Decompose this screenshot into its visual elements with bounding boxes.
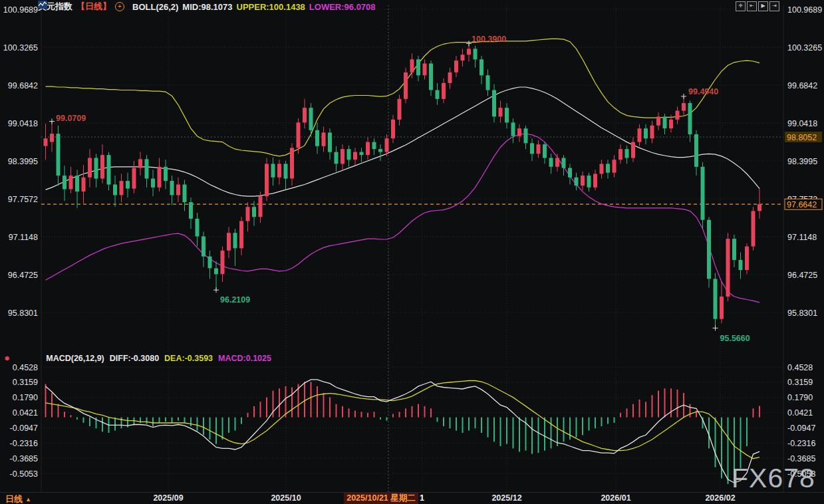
candle — [701, 167, 705, 220]
jump-latest-icon[interactable]: ⇥ — [769, 1, 779, 11]
candle — [265, 164, 269, 196]
macd-bar — [513, 418, 514, 449]
macd-bar — [354, 411, 356, 418]
zoom-fit-icon[interactable]: ⇤ — [747, 1, 757, 11]
candle — [94, 158, 98, 179]
candle — [233, 233, 237, 248]
macd-bar — [740, 418, 742, 469]
price-annotations: 99.070996.2109100.390099.494095.5660 — [49, 35, 750, 343]
candle — [442, 83, 446, 99]
candle — [555, 158, 559, 167]
axis-tick: 100.9689 — [787, 5, 822, 15]
macd-bar — [285, 386, 287, 418]
axis-tick: 99.0418 — [8, 119, 38, 128]
candle — [284, 164, 288, 178]
axis-tick: 97.7572 — [8, 195, 38, 204]
candle — [638, 128, 642, 142]
macd-bar — [462, 418, 464, 433]
macd-indicator-bar: ✹ MACD(26,12,9) DIFF:-0.3080 DEA:-0.3593… — [4, 354, 271, 363]
macd-bar — [348, 408, 350, 417]
chart-canvas[interactable]: 99.070996.2109100.390099.494095.5660100.… — [0, 0, 824, 504]
candle — [145, 159, 149, 178]
macd-bar — [342, 406, 343, 418]
macd-bar — [58, 404, 59, 418]
macd-bar — [412, 406, 413, 418]
macd-bar — [626, 408, 628, 417]
candle — [663, 116, 667, 128]
macd-bar — [323, 393, 325, 418]
axis-tick: 99.6842 — [787, 81, 817, 90]
axis-tick: 97.1148 — [9, 233, 38, 242]
macd-bar — [336, 404, 337, 418]
candle — [631, 142, 635, 158]
candle — [745, 247, 749, 271]
candle — [164, 167, 168, 181]
candle — [227, 233, 231, 251]
macd-bar — [374, 412, 375, 417]
candle — [454, 61, 458, 72]
candle — [239, 221, 243, 249]
candle — [404, 72, 408, 99]
period-tag: 【日线】 — [76, 1, 111, 13]
macd-bar — [184, 418, 186, 423]
axis-tick: 100.9689 — [3, 5, 38, 15]
candle — [517, 128, 521, 136]
candle — [366, 142, 370, 156]
axis-tick: -0.3685 — [10, 454, 38, 463]
period-selector[interactable]: 日线▲ — [5, 493, 31, 504]
candle — [688, 103, 692, 134]
macd-bar — [645, 402, 646, 417]
candle — [378, 149, 382, 152]
macd-bar — [734, 418, 735, 482]
candle — [511, 122, 515, 136]
crosshair-date-box: 2025/10/21 星期二 — [344, 493, 418, 504]
macd-bar — [670, 388, 672, 417]
macd-bar — [172, 418, 173, 423]
candle — [271, 164, 275, 177]
macd-bar — [424, 406, 426, 418]
macd-dea-value: DEA:-0.3593 — [164, 354, 213, 363]
partial-month-label: 1 — [420, 493, 424, 503]
macd-bar — [481, 418, 482, 433]
macd-settings-icon[interactable]: ✹ — [4, 354, 10, 363]
autoplay-icon[interactable]: ▶ — [758, 1, 768, 11]
candle — [57, 134, 61, 176]
candle — [202, 237, 206, 257]
candle — [100, 155, 104, 179]
macd-bar — [614, 418, 615, 423]
candle — [682, 103, 686, 111]
macd-bar — [399, 412, 400, 417]
candles — [44, 43, 762, 328]
macd-bar — [430, 408, 432, 417]
candle — [88, 158, 92, 178]
svg-text:98.8052: 98.8052 — [787, 133, 817, 142]
pan-move-icon[interactable]: ✛ — [736, 1, 746, 11]
candle — [347, 149, 351, 160]
macd-bar — [450, 418, 451, 429]
macd-title: MACD(26,12,9) — [46, 354, 104, 363]
add-indicator-icon[interactable]: + — [115, 2, 124, 11]
macd-bar — [247, 413, 249, 418]
macd-bar — [690, 404, 691, 418]
macd-bar — [114, 418, 116, 431]
annotation-label: 99.4940 — [688, 87, 718, 96]
candle — [581, 176, 585, 186]
annotation-label: 100.3900 — [472, 35, 506, 44]
macd-bar — [279, 388, 280, 417]
macd-bar — [241, 418, 242, 424]
candle — [732, 239, 736, 260]
axis-tick: 99.0418 — [787, 119, 817, 128]
candle — [63, 176, 67, 189]
macd-bar — [519, 418, 520, 452]
candle — [429, 64, 433, 90]
axis-tick: 96.4725 — [8, 271, 38, 280]
macd-bar — [159, 418, 160, 423]
macd-bar — [620, 413, 621, 418]
boll-upper-value: UPPER:100.1438 — [237, 2, 305, 12]
macd-bar — [392, 414, 394, 418]
candle — [568, 168, 572, 178]
price-axis-labels: 100.9689100.9689100.3265100.326599.68429… — [3, 5, 822, 479]
axis-tick: 97.1148 — [787, 233, 817, 242]
candle — [416, 59, 420, 75]
macd-bar — [437, 418, 438, 422]
